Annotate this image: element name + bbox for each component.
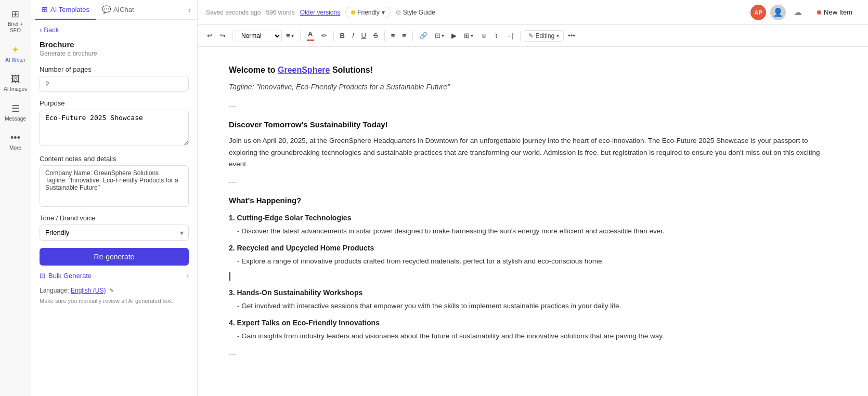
- sidebar-item-ai-images[interactable]: 🖼 AI Images: [2, 70, 30, 97]
- table-icon: ⊞: [464, 32, 470, 39]
- editing-chevron-icon: ▾: [556, 33, 559, 38]
- tone-dot-icon: [351, 10, 355, 15]
- person-icon: 👤: [773, 7, 783, 17]
- separator-1: ---: [229, 101, 837, 112]
- list-item-1-desc: - Discover the latest advancements in so…: [237, 226, 837, 237]
- topbar: Saved seconds ago 596 words Older versio…: [198, 0, 868, 25]
- list-item-3-desc: - Get involved with interactive sessions…: [237, 300, 837, 312]
- regenerate-button[interactable]: Re-generate: [40, 248, 189, 266]
- bold-icon: B: [340, 32, 345, 39]
- purpose-label: Purpose: [40, 99, 189, 107]
- more-options-button[interactable]: •••: [565, 30, 578, 42]
- older-versions-link[interactable]: Older versions: [300, 9, 340, 16]
- tab-ai-templates[interactable]: ⊞ AI Templates: [35, 0, 96, 20]
- more-icon: •••: [10, 133, 20, 143]
- text-color-button[interactable]: A: [304, 28, 317, 43]
- style-guide-button[interactable]: ⊙ Style Guide: [396, 9, 435, 16]
- edit-language-icon[interactable]: ✎: [109, 287, 114, 294]
- align-chevron-icon: ▾: [291, 33, 294, 38]
- sidebar-item-message[interactable]: ☰ Message: [2, 99, 30, 126]
- style-guide-circle-icon: ⊙: [396, 9, 401, 16]
- section-1-heading: Discover Tomorrow's Sustainability Today…: [229, 118, 837, 131]
- ai-templates-tab-icon: ⊞: [42, 5, 48, 14]
- back-chevron-icon: ‹: [40, 26, 42, 34]
- purpose-group: Purpose Eco-Future 2025 Showcase: [40, 99, 189, 148]
- avatar-grey: 👤: [770, 5, 786, 20]
- underline-button[interactable]: U: [358, 30, 369, 42]
- collapse-panel-button[interactable]: ‹: [186, 3, 193, 17]
- play-icon: ▶: [451, 32, 457, 39]
- topbar-right: AP 👤 ☁ New Item: [750, 5, 860, 20]
- highlight-button[interactable]: ✏: [318, 30, 330, 42]
- style-select[interactable]: Normal Heading 1 Heading 2 Heading 3: [236, 30, 282, 42]
- editor-content[interactable]: Welcome to GreenSphere Solutions! Taglin…: [198, 47, 868, 396]
- list-item-3-heading: 3. Hands-On Sustainability Workshops: [229, 287, 837, 298]
- purpose-input[interactable]: Eco-Future 2025 Showcase: [40, 110, 189, 146]
- special-chars-button[interactable]: ⌇: [491, 30, 501, 42]
- editing-mode-button[interactable]: ✎ Editing ▾: [524, 30, 564, 42]
- indent-button[interactable]: →|: [502, 30, 516, 42]
- highlight-icon: ✏: [321, 32, 327, 39]
- content-notes-label: Content notes and details: [40, 155, 189, 163]
- bullet-list-button[interactable]: ≡: [388, 30, 398, 42]
- link-icon: 🔗: [419, 32, 427, 39]
- strikethrough-button[interactable]: S: [370, 30, 381, 42]
- bulk-generate-button[interactable]: ⊡ Bulk Generate ›: [40, 272, 189, 280]
- emoji-button[interactable]: ☺: [477, 30, 490, 42]
- content-notes-group: Content notes and details Company Name: …: [40, 155, 189, 207]
- undo-icon: ↩: [207, 32, 213, 39]
- ai-images-icon: 🖼: [11, 74, 20, 85]
- icon-sidebar: ⊞ Brief + SEO ✦ AI Writer 🖼 AI Images ☰ …: [0, 0, 31, 396]
- play-button[interactable]: ▶: [448, 30, 460, 42]
- undo-button[interactable]: ↩: [204, 30, 216, 42]
- align-button[interactable]: ≡ ▾: [283, 30, 297, 42]
- redo-icon: ↪: [220, 32, 226, 39]
- cloud-upload-icon[interactable]: ☁: [790, 5, 806, 20]
- brief-seo-icon: ⊞: [11, 8, 19, 20]
- content-notes-input[interactable]: Company Name: GreenSphere Solutions Tagl…: [40, 165, 189, 207]
- list-item-4-desc: - Gain insights from industry leaders an…: [237, 331, 837, 342]
- ordered-list-icon: ≡: [402, 32, 406, 39]
- redo-button[interactable]: ↪: [217, 30, 229, 42]
- indent-icon: →|: [505, 32, 513, 39]
- text-color-underline: [307, 39, 314, 41]
- table-button[interactable]: ⊞ ▾: [461, 30, 476, 42]
- list-item-2-desc: - Explore a range of innovative products…: [237, 256, 837, 267]
- toolbar-divider-2: [300, 31, 301, 41]
- panel: ⊞ AI Templates 💬 AIChat ‹ ‹ Back Brochur…: [31, 0, 198, 396]
- template-title: Brochure: [40, 40, 189, 49]
- new-item-button[interactable]: New Item: [810, 5, 860, 19]
- sidebar-item-brief-seo[interactable]: ⊞ Brief + SEO: [2, 4, 30, 38]
- tone-badge[interactable]: Friendly ▾: [345, 7, 391, 18]
- back-button[interactable]: ‹ Back: [40, 26, 189, 34]
- italic-button[interactable]: I: [349, 30, 357, 42]
- num-pages-input[interactable]: [40, 76, 189, 92]
- tone-group: Tone / Brand voice Friendly Professional…: [40, 214, 189, 241]
- document-tagline: Tagline: "Innovative, Eco-Friendly Produ…: [229, 81, 837, 93]
- list-item-4-heading: 4. Expert Talks on Eco-Friendly Innovati…: [229, 317, 837, 328]
- toolbar-divider-3: [333, 31, 334, 41]
- language-link[interactable]: English (US): [71, 287, 106, 294]
- sidebar-item-ai-writer[interactable]: ✦ AI Writer: [2, 40, 30, 68]
- bulk-generate-arrow-icon: ›: [187, 272, 189, 280]
- section-2-heading: What's Happening?: [229, 194, 837, 207]
- tab-aichat[interactable]: 💬 AIChat: [96, 0, 140, 20]
- new-item-dot-icon: [817, 10, 821, 15]
- image-button[interactable]: ⊡ ▾: [432, 30, 447, 42]
- bold-button[interactable]: B: [337, 30, 348, 42]
- strikethrough-icon: S: [373, 32, 378, 39]
- toolbar-divider-5: [412, 31, 413, 41]
- language-row: Language: English (US) ✎: [40, 287, 189, 294]
- special-chars-icon: ⌇: [495, 32, 498, 39]
- link-button[interactable]: 🔗: [416, 30, 431, 42]
- tone-label: Tone / Brand voice: [40, 214, 189, 222]
- avatar[interactable]: AP: [750, 5, 766, 20]
- ordered-list-button[interactable]: ≡: [399, 30, 409, 42]
- ai-writer-icon: ✦: [11, 44, 19, 56]
- panel-content: ‹ Back Brochure Generate a brochure Numb…: [31, 20, 197, 396]
- image-icon: ⊡: [435, 32, 441, 39]
- toolbar-divider-6: [520, 31, 521, 41]
- tone-select[interactable]: Friendly Professional Casual Formal Insp…: [40, 225, 189, 241]
- underline-icon: U: [361, 32, 366, 39]
- sidebar-item-more[interactable]: ••• More: [2, 128, 30, 155]
